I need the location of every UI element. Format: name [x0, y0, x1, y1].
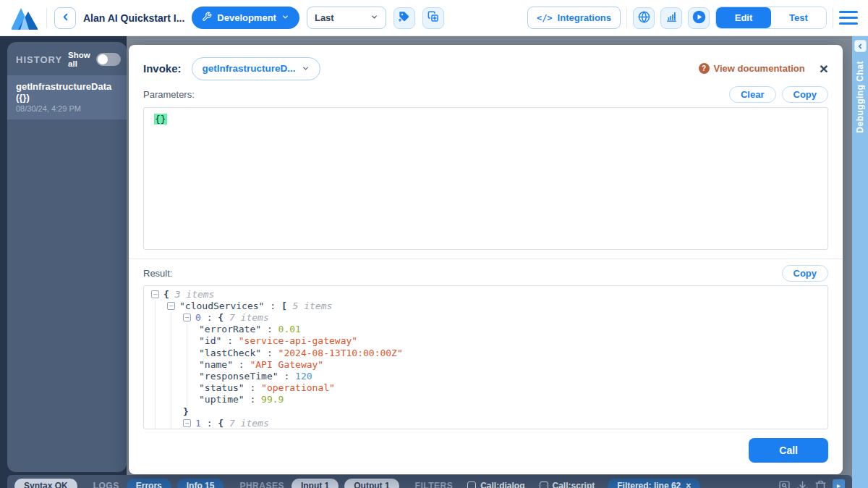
- clear-button[interactable]: Clear: [729, 86, 776, 103]
- syntax-status: Syntax OK: [14, 479, 77, 488]
- indent-guide: [171, 371, 187, 382]
- result-label: Result:: [143, 268, 776, 279]
- wrench-icon: [202, 12, 212, 24]
- indent-guide: [155, 371, 171, 382]
- run-button[interactable]: [688, 7, 710, 29]
- input-filter-pill[interactable]: Input 1: [292, 479, 339, 488]
- version-dropdown[interactable]: Last: [307, 7, 386, 29]
- invoke-modal: Invoke: getInfrastructureD... ? View doc…: [129, 45, 843, 474]
- history-title: HISTORY: [16, 54, 62, 65]
- json-punct: :: [264, 300, 281, 311]
- back-button[interactable]: [54, 7, 76, 29]
- download-icon: [796, 480, 809, 488]
- json-index: 0: [195, 312, 201, 323]
- indent-guide: [171, 324, 187, 335]
- analytics-button[interactable]: [660, 7, 682, 29]
- project-title: Alan AI Quickstart I...: [83, 12, 184, 24]
- json-tree-row: "lastCheck" : "2024-08-13T10:00:00Z": [151, 348, 820, 359]
- json-tree-row: −0 : { 7 items: [151, 312, 820, 324]
- chevron-down-icon: [302, 62, 310, 75]
- expand-chat-button[interactable]: [854, 40, 867, 52]
- indent-guide: [171, 335, 187, 347]
- call-button[interactable]: Call: [749, 438, 828, 463]
- indent-guide: [155, 312, 171, 324]
- history-panel: HISTORY Show all getInfrastructureData (…: [7, 42, 127, 472]
- chat-search-icon: [778, 480, 791, 488]
- output-filter-pill[interactable]: Output 1: [344, 479, 399, 488]
- filtered-line-pill[interactable]: Filtered: line 62×: [608, 479, 700, 488]
- duplicate-button[interactable]: [422, 7, 444, 29]
- download-logs-button[interactable]: [796, 479, 809, 488]
- divider: [129, 258, 843, 259]
- indent-guide: [155, 335, 171, 347]
- errors-filter-pill[interactable]: Errors: [127, 479, 171, 488]
- show-all-toggle[interactable]: [96, 53, 121, 66]
- collapse-toggle-icon[interactable]: −: [183, 419, 191, 427]
- collapse-toggle-icon[interactable]: −: [151, 290, 159, 298]
- globe-icon: [638, 11, 650, 25]
- info-filter-pill[interactable]: Info 15: [177, 479, 224, 488]
- function-dropdown[interactable]: getInfrastructureD...: [192, 57, 320, 80]
- integrations-label: Integrations: [558, 12, 611, 23]
- json-key: "status": [199, 382, 244, 393]
- json-meta: 7 items: [229, 312, 269, 323]
- parameters-label: Parameters:: [143, 89, 723, 100]
- help-icon: ?: [699, 63, 710, 74]
- app-body: 24+"memoryUsage": "Percentage of memory …: [0, 36, 868, 488]
- json-brace: {: [163, 289, 175, 300]
- open-panel-button[interactable]: ▸: [833, 479, 845, 488]
- indent-guide: [171, 348, 187, 359]
- integrations-button[interactable]: </> Integrations: [527, 7, 621, 29]
- filters-label: FILTERS: [414, 479, 455, 488]
- remove-filter-icon[interactable]: ×: [686, 481, 691, 488]
- indent-guide: [155, 348, 171, 359]
- code-icon: </>: [537, 13, 553, 23]
- collapse-toggle-icon[interactable]: −: [183, 314, 191, 321]
- checkbox-call-dialog[interactable]: Call:dialog: [466, 479, 526, 488]
- json-string: "service-api-gateway": [239, 335, 357, 346]
- history-item[interactable]: getInfrastructureData ({}) 08/30/24, 4:2…: [7, 75, 127, 119]
- tag-plus-icon: [399, 11, 410, 25]
- environment-dropdown[interactable]: Development: [192, 7, 299, 29]
- json-key: "uptime": [199, 394, 244, 405]
- close-icon[interactable]: ×: [820, 61, 828, 76]
- json-punct: :: [201, 418, 218, 429]
- alan-logo-icon[interactable]: [10, 6, 39, 30]
- clear-logs-button[interactable]: [814, 479, 827, 488]
- json-tree-row: "id" : "service-api-gateway": [151, 335, 820, 347]
- json-meta: 5 items: [293, 300, 333, 311]
- add-version-tag-button[interactable]: [393, 7, 415, 29]
- play-icon: [692, 10, 706, 26]
- menu-button[interactable]: [839, 8, 858, 28]
- indent-guide: [155, 359, 171, 371]
- view-documentation-link[interactable]: ? View documentation: [699, 63, 805, 74]
- json-punct: :: [244, 394, 261, 405]
- json-tree-row: "errorRate" : 0.01: [151, 324, 820, 335]
- indent-guide: [187, 382, 203, 394]
- result-tree[interactable]: −{ 3 items−"cloudServices" : [ 5 items−0…: [143, 285, 828, 429]
- json-key: "responseTime": [199, 371, 278, 382]
- json-index: 1: [195, 418, 201, 429]
- tab-test[interactable]: Test: [771, 7, 826, 28]
- chevron-down-icon: [370, 12, 378, 23]
- indent-guide: [171, 394, 187, 405]
- collapse-toggle-icon[interactable]: −: [167, 302, 175, 310]
- logs-label: LOGS: [92, 479, 121, 488]
- chat-search-button[interactable]: [778, 479, 791, 488]
- menu-icon: [839, 11, 858, 13]
- web-search-button[interactable]: [633, 7, 655, 29]
- json-int: 120: [295, 371, 312, 382]
- json-key: "name": [199, 359, 233, 370]
- json-tree-row: "responseTime" : 120: [151, 371, 820, 382]
- checkbox-call-script[interactable]: Call:script: [538, 479, 597, 488]
- indent-guide: [187, 335, 203, 347]
- json-brace: {: [218, 312, 229, 323]
- json-string: "API Gateway": [250, 359, 323, 370]
- copy-parameters-button[interactable]: Copy: [782, 86, 829, 103]
- parameters-editor[interactable]: {}: [143, 107, 828, 250]
- divider: [833, 8, 833, 28]
- tab-edit[interactable]: Edit: [716, 7, 771, 28]
- json-key: "errorRate": [199, 324, 261, 335]
- copy-result-button[interactable]: Copy: [782, 265, 829, 282]
- top-toolbar: Alan AI Quickstart I... Development Last: [0, 0, 868, 36]
